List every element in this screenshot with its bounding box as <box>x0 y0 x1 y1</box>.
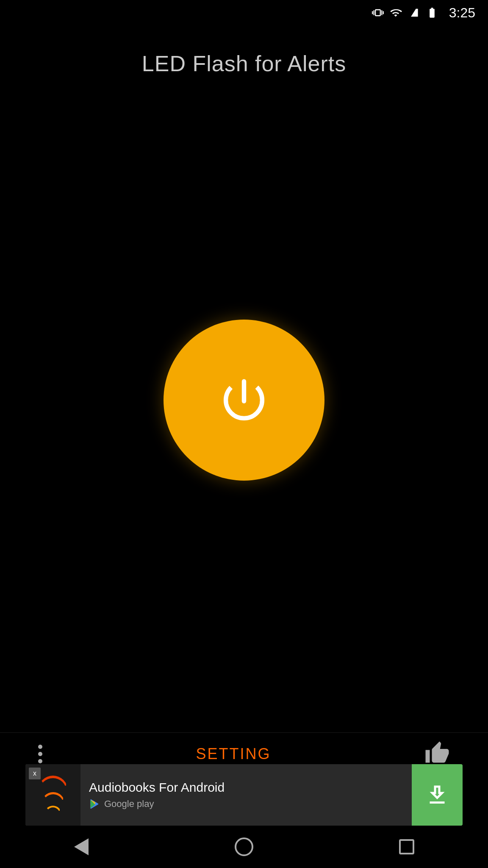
google-play-icon <box>89 798 101 810</box>
status-bar: 3:25 <box>0 0 488 25</box>
ad-subtitle-row: Google play <box>89 798 403 810</box>
power-icon <box>216 373 272 428</box>
dot-1 <box>38 745 42 749</box>
system-nav-bar <box>0 826 488 868</box>
dot-2 <box>38 752 42 756</box>
home-icon <box>235 837 253 856</box>
ad-logo-waves <box>38 776 68 814</box>
vibrate-icon <box>372 7 384 19</box>
ad-wave-medium <box>42 792 65 804</box>
battery-icon <box>424 7 440 19</box>
thumbs-up-icon <box>424 740 450 766</box>
ad-wave-large <box>38 776 68 790</box>
more-options-button[interactable] <box>34 740 47 768</box>
back-button[interactable] <box>67 832 96 862</box>
signal-icon <box>408 7 419 19</box>
wifi-icon <box>389 7 402 19</box>
recents-icon <box>399 839 414 854</box>
download-icon <box>424 782 450 808</box>
status-time: 3:25 <box>449 5 475 21</box>
ad-close-button[interactable]: x <box>29 768 41 779</box>
power-button-container <box>164 320 324 481</box>
recents-button[interactable] <box>392 832 421 862</box>
ad-wave-small <box>44 806 61 814</box>
back-icon <box>74 838 89 855</box>
app-title: LED Flash for Alerts <box>0 51 488 76</box>
ad-subtitle-text: Google play <box>104 798 154 810</box>
ad-title: Audiobooks For Android <box>89 780 403 795</box>
ad-download-button[interactable] <box>412 764 463 826</box>
dot-3 <box>38 759 42 763</box>
ad-content: Audiobooks For Android Google play <box>80 774 412 816</box>
ad-banner: x Audiobooks For Android Google play <box>25 764 463 826</box>
power-toggle-button[interactable] <box>164 320 324 481</box>
status-icons: 3:25 <box>372 5 475 21</box>
setting-button[interactable]: SETTING <box>196 745 271 763</box>
home-button[interactable] <box>229 832 259 862</box>
